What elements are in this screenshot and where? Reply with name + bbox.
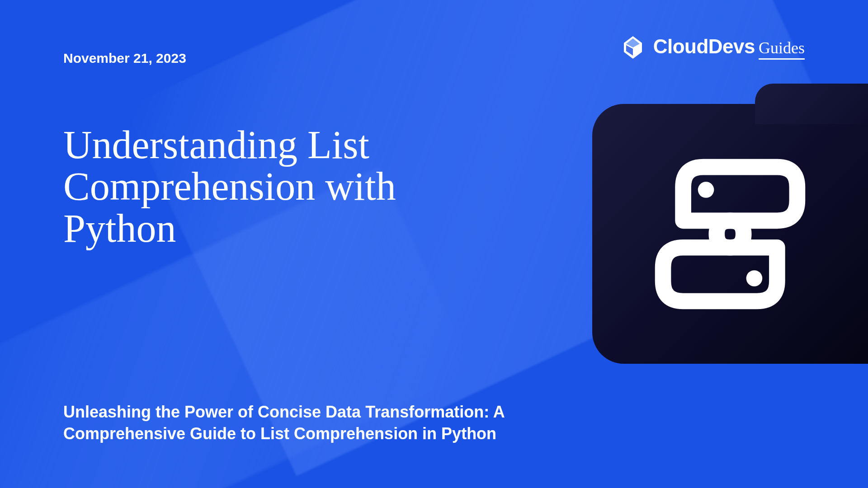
- brand-logo: CloudDevs Guides: [619, 34, 805, 61]
- svg-point-1: [746, 270, 763, 286]
- python-icon: [644, 148, 816, 320]
- page-title: Understanding List Comprehension with Py…: [63, 124, 493, 249]
- publish-date: November 21, 2023: [63, 51, 186, 66]
- logo-text-container: CloudDevs Guides: [653, 35, 805, 60]
- python-badge: [592, 104, 868, 364]
- svg-point-0: [698, 182, 714, 198]
- logo-brand-name: CloudDevs: [653, 35, 755, 58]
- page-subtitle: Unleashing the Power of Concise Data Tra…: [63, 401, 561, 445]
- logo-suffix: Guides: [759, 38, 805, 60]
- clouddevs-logo-icon: [619, 34, 646, 61]
